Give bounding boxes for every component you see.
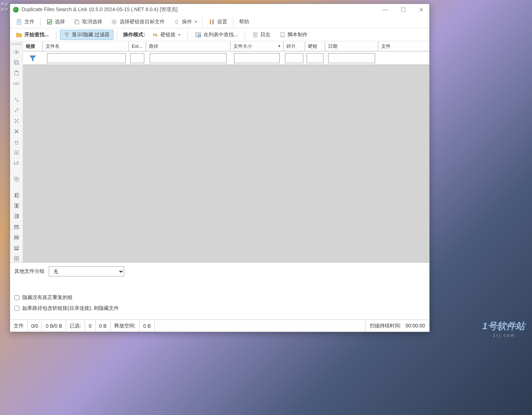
svg-rect-47 <box>15 204 16 208</box>
hide-no-dup-checkbox[interactable] <box>14 295 19 300</box>
menu-help-label: 帮助 <box>239 19 249 25</box>
sb-file-label: 文件 <box>10 320 28 332</box>
svg-rect-2 <box>18 22 20 22</box>
left-toolbar: ABC LZ <box>10 41 23 262</box>
col2-icon[interactable] <box>12 202 21 209</box>
col3-icon[interactable] <box>12 213 21 220</box>
link2-icon[interactable] <box>12 106 21 114</box>
row1-icon[interactable] <box>12 223 21 230</box>
col1-icon[interactable] <box>12 191 21 199</box>
svg-rect-49 <box>18 204 19 208</box>
toolbar-separator <box>56 31 56 39</box>
table-body[interactable] <box>23 65 429 262</box>
svg-rect-56 <box>14 236 19 237</box>
close-button[interactable]: ✕ <box>416 5 426 14</box>
copy-icon <box>74 19 80 25</box>
toolbar-separator <box>187 31 188 39</box>
view-icon[interactable] <box>12 48 21 56</box>
filter-hardlink-input[interactable] <box>307 53 323 63</box>
menu-settings[interactable]: 设置 <box>205 17 231 27</box>
grouping-select[interactable]: 无 <box>49 266 124 276</box>
filter-filename-input[interactable] <box>47 53 126 63</box>
funnel-icon <box>29 55 36 62</box>
menu-select-hardlink-target[interactable]: 选择硬链接目标文件 <box>107 17 168 27</box>
row3-icon[interactable] <box>12 244 21 252</box>
toggle-filter-button[interactable]: 显示/隐藏 过滤器 <box>60 30 114 40</box>
column-link[interactable]: 链接 <box>23 41 43 51</box>
window-title: Duplicate Files Search & Link 10.5.0 202… <box>22 6 380 13</box>
menu-deselect[interactable]: 取消选择 <box>70 17 106 27</box>
tools-icon <box>209 19 215 25</box>
column-size[interactable]: 文件大小 ▼ <box>230 41 284 51</box>
filter-fragment-input[interactable] <box>285 53 303 63</box>
minimize-button[interactable]: — <box>380 5 391 14</box>
checkbox-icon <box>46 19 53 25</box>
menu-operate[interactable]: 操作 ▾ <box>170 17 200 27</box>
column-file[interactable]: 文件 <box>378 41 429 51</box>
hide-no-dup-label: 隐藏没有真正重复的组 <box>22 294 73 301</box>
column-fragment[interactable]: 碎片 <box>284 41 305 51</box>
column-date[interactable]: 日期 <box>325 41 378 51</box>
script-button[interactable]: 脚本制作 <box>276 30 311 39</box>
paste-icon[interactable] <box>12 69 21 77</box>
sb-free-label: 释放空间: <box>111 320 140 332</box>
hide-softlink-checkbox[interactable] <box>14 306 19 311</box>
grip-handle[interactable] <box>11 43 22 45</box>
toolbar-separator <box>117 31 117 39</box>
row2-icon[interactable] <box>12 234 21 241</box>
delete-icon[interactable] <box>12 127 21 135</box>
link1-icon[interactable] <box>12 96 21 103</box>
start-search-button[interactable]: 开始查找... <box>12 30 52 39</box>
filter-size-input[interactable] <box>234 53 280 63</box>
script-label: 脚本制作 <box>288 32 308 38</box>
column-path[interactable]: 路径 <box>146 41 230 51</box>
copy-icon[interactable] <box>12 59 21 66</box>
filter-ext-input[interactable] <box>130 53 144 63</box>
filter-date-input[interactable] <box>328 53 375 63</box>
column-size-label: 文件大小 <box>233 43 252 50</box>
menu-help[interactable]: 帮助 <box>235 17 253 27</box>
layers-icon[interactable] <box>12 175 21 183</box>
svg-rect-3 <box>18 23 20 23</box>
menu-select[interactable]: 选择 <box>43 17 69 27</box>
folder-search-icon <box>16 32 22 38</box>
svg-rect-64 <box>14 259 16 261</box>
titlebar[interactable]: Duplicate Files Search & Link 10.5.0 202… <box>10 4 429 15</box>
recycle-icon[interactable] <box>12 138 21 146</box>
search-in-list-label: 在列表中查找... <box>204 32 238 38</box>
abc-icon[interactable]: ABC <box>12 80 21 87</box>
svg-rect-10 <box>210 19 211 24</box>
chevron-down-icon: ▾ <box>195 20 197 24</box>
svg-rect-60 <box>14 248 19 249</box>
lz-icon[interactable]: LZ <box>12 159 21 167</box>
column-filename[interactable]: 文件名 <box>43 41 129 51</box>
svg-rect-53 <box>14 225 19 226</box>
log-button[interactable]: 日志 <box>249 30 274 39</box>
sb-selected-count: 0 <box>85 320 95 332</box>
app-icon <box>13 7 19 13</box>
script-icon <box>280 32 285 38</box>
sb-scan-label: 扫描持续时间: <box>370 323 401 328</box>
search-in-list-button[interactable]: 在列表中查找... <box>191 30 242 39</box>
menu-file[interactable]: 文件 <box>12 17 38 27</box>
svg-rect-59 <box>14 246 19 247</box>
svg-rect-25 <box>16 71 17 72</box>
column-hardlink[interactable]: 硬链 <box>305 41 325 51</box>
svg-rect-44 <box>15 193 16 197</box>
operate-icon <box>173 19 180 25</box>
maximize-button[interactable]: ☐ <box>398 5 409 14</box>
column-ext[interactable]: Ext... <box>129 41 146 51</box>
menubar: 文件 选择 取消选择 选择硬链接目标文件 操作 ▾ <box>10 15 429 28</box>
svg-rect-23 <box>15 61 19 65</box>
export-icon[interactable] <box>12 149 21 156</box>
hardlink-mode-button[interactable]: HL 硬链接 ▾ <box>149 30 184 39</box>
network-icon[interactable] <box>12 117 21 125</box>
grid-icon[interactable] <box>12 255 21 262</box>
filter-path-input[interactable] <box>150 53 227 63</box>
svg-rect-50 <box>15 214 16 218</box>
svg-rect-46 <box>18 193 19 197</box>
sb-size: 0 B/0 B <box>42 320 66 332</box>
toolbar-separator <box>245 31 245 39</box>
svg-rect-22 <box>14 60 18 64</box>
app-window: Duplicate Files Search & Link 10.5.0 202… <box>10 4 430 332</box>
